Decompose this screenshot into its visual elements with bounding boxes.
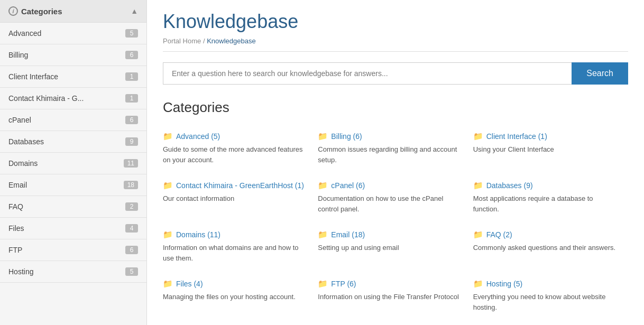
category-desc: Most applications require a database to … [473,193,620,214]
category-label: Advanced (5) [176,132,220,141]
category-desc: Managing the files on your hosting accou… [163,292,309,302]
category-desc: Using your Client Interface [473,144,620,155]
sidebar-item-count: 6 [125,51,138,59]
sidebar-item-label: FAQ [8,202,23,211]
sidebar-item-count: 6 [125,116,138,124]
category-label: Email (18) [331,230,365,239]
category-desc: Information on using the File Transfer P… [318,292,464,302]
sidebar-item[interactable]: Contact Khimaira - G... 1 [0,88,146,109]
category-desc: Guide to some of the more advanced featu… [163,144,309,165]
category-label: Databases (9) [486,181,533,190]
category-label: Hosting (5) [486,280,522,288]
sidebar-item-label: Databases [8,137,44,146]
category-label: FAQ (2) [486,230,512,239]
sidebar-item-count: 6 [125,246,138,254]
category-desc: Information on what domains are and how … [163,243,309,263]
category-link[interactable]: 📁 Hosting (5) [473,279,620,289]
sidebar-item[interactable]: Files 4 [0,218,146,239]
sidebar-item-label: cPanel [8,116,31,124]
search-button[interactable]: Search [572,62,628,85]
sidebar-item-label: Client Interface [8,72,58,81]
category-card: 📁 FTP (6) Information on using the File … [318,274,473,323]
category-label: Files (4) [176,280,203,288]
sidebar-title-label: Categories [21,7,62,16]
category-link[interactable]: 📁 cPanel (6) [318,181,464,190]
page-title: Knowledgebase [163,11,628,33]
category-card: 📁 Hosting (5) Everything you need to kno… [473,274,628,323]
sidebar-item-count: 4 [125,224,138,233]
categories-title: Categories [163,99,628,116]
category-desc: Common issues regarding billing and acco… [318,144,464,165]
breadcrumb-home[interactable]: Portal Home [163,37,201,45]
sidebar-item[interactable]: Hosting 5 [0,261,146,283]
category-link[interactable]: 📁 FTP (6) [318,279,464,289]
sidebar-item[interactable]: cPanel 6 [0,109,146,131]
sidebar-item-label: Contact Khimaira - G... [8,94,84,103]
category-link[interactable]: 📁 FAQ (2) [473,230,620,239]
folder-icon: 📁 [318,132,328,141]
sidebar-item[interactable]: Email 18 [0,174,146,196]
sidebar-item[interactable]: Billing 6 [0,44,146,66]
sidebar-item-count: 5 [125,267,138,276]
category-card: 📁 Billing (6) Common issues regarding bi… [318,126,473,175]
sidebar-item-count: 1 [125,72,138,81]
category-desc: Commonly asked questions and their answe… [473,243,620,253]
category-card: 📁 Client Interface (1) Using your Client… [473,126,628,175]
sidebar-item-label: Email [8,181,27,189]
search-bar: Search [163,62,628,85]
category-label: cPanel (6) [331,181,365,190]
sidebar-item-label: FTP [8,246,22,254]
category-card: 📁 FAQ (2) Commonly asked questions and t… [473,225,628,274]
sidebar-item[interactable]: Databases 9 [0,131,146,153]
sidebar-items-list: Advanced 5 Billing 6 Client Interface 1 … [0,23,146,283]
search-input[interactable] [163,62,572,85]
category-card: 📁 Files (4) Managing the files on your h… [163,274,318,323]
category-link[interactable]: 📁 Client Interface (1) [473,132,620,141]
category-link[interactable]: 📁 Databases (9) [473,181,620,190]
folder-icon: 📁 [473,181,483,190]
breadcrumb-separator: / [203,37,205,45]
sidebar-item-count: 18 [124,181,138,189]
chevron-up-icon[interactable]: ▲ [131,7,138,15]
folder-icon: 📁 [163,230,173,239]
category-link[interactable]: 📁 Email (18) [318,230,464,239]
category-desc: Everything you need to know about websit… [473,292,620,312]
sidebar-item[interactable]: Advanced 5 [0,23,146,44]
sidebar-item[interactable]: Domains 11 [0,153,146,174]
sidebar-item-label: Billing [8,51,28,59]
folder-icon: 📁 [473,230,483,239]
category-link[interactable]: 📁 Billing (6) [318,132,464,141]
category-label: Contact Khimaira - GreenEarthHost (1) [176,181,304,190]
sidebar-item-count: 5 [125,29,138,38]
category-link[interactable]: 📁 Advanced (5) [163,132,309,141]
folder-icon: 📁 [473,279,483,289]
info-icon: i [8,6,18,16]
folder-icon: 📁 [318,279,328,289]
breadcrumb: Portal Home / Knowledgebase [163,37,628,52]
sidebar-item-count: 2 [125,202,138,211]
folder-icon: 📁 [318,230,328,239]
category-label: FTP (6) [331,280,356,288]
category-label: Client Interface (1) [486,132,547,141]
sidebar-item[interactable]: FAQ 2 [0,196,146,218]
category-card: 📁 Databases (9) Most applications requir… [473,175,628,225]
sidebar-item[interactable]: Client Interface 1 [0,66,146,88]
folder-icon: 📁 [163,132,173,141]
folder-icon: 📁 [163,181,173,190]
sidebar-header: i Categories ▲ [0,0,146,23]
category-card: 📁 cPanel (6) Documentation on how to use… [318,175,473,225]
category-link[interactable]: 📁 Contact Khimaira - GreenEarthHost (1) [163,181,309,190]
category-label: Billing (6) [331,132,362,141]
sidebar-item[interactable]: FTP 6 [0,239,146,261]
sidebar-item-label: Domains [8,159,38,168]
folder-icon: 📁 [163,279,173,289]
breadcrumb-current: Knowledgebase [207,37,256,45]
sidebar-title: i Categories [8,6,62,16]
category-link[interactable]: 📁 Files (4) [163,279,309,289]
category-link[interactable]: 📁 Domains (11) [163,230,309,239]
category-card: 📁 Advanced (5) Guide to some of the more… [163,126,318,175]
category-card: 📁 Email (18) Setting up and using email [318,225,473,274]
folder-icon: 📁 [318,181,328,190]
sidebar-item-label: Hosting [8,267,33,276]
category-desc: Documentation on how to use the cPanel c… [318,193,464,214]
